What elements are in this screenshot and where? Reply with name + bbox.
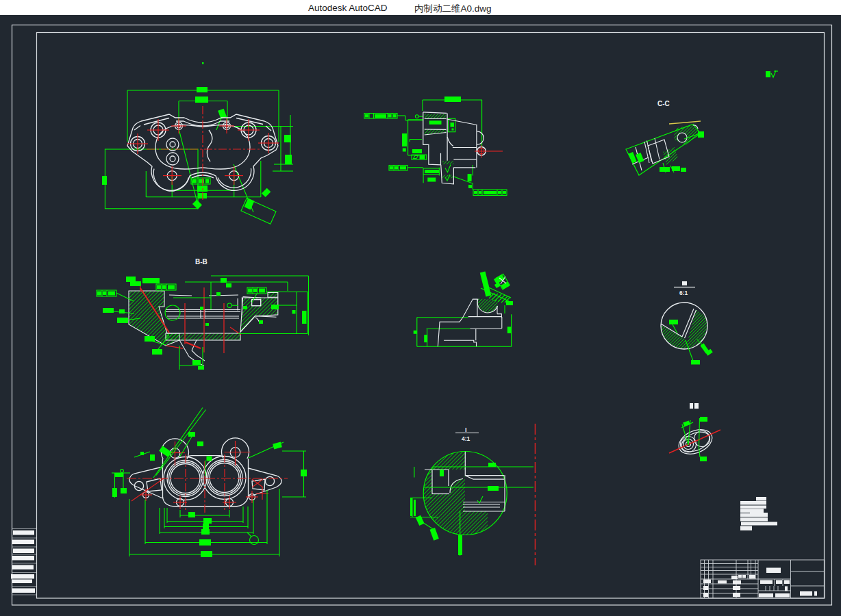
svg-text:I: I (465, 426, 467, 433)
svg-text:C-C: C-C (657, 100, 670, 107)
svg-text:内制动二维A0.dwg: 内制动二维A0.dwg (414, 3, 492, 14)
svg-text:6:1: 6:1 (679, 290, 688, 296)
svg-text:4:1: 4:1 (462, 435, 470, 442)
svg-text:Autodesk AutoCAD: Autodesk AutoCAD (308, 3, 388, 13)
svg-text:B-B: B-B (195, 258, 208, 266)
